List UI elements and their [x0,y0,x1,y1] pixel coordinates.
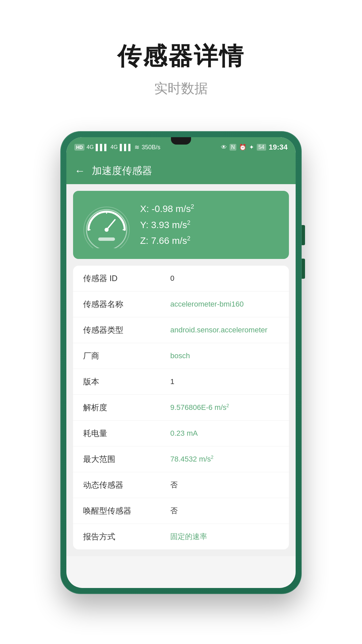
detail-label: 解析度 [83,402,170,413]
back-button[interactable]: ← [74,165,85,177]
detail-label: 耗电量 [83,428,170,439]
bluetooth-icon: ✦ [249,144,254,151]
detail-value: accelerometer-bmi160 [170,300,279,309]
detail-row: 传感器 ID0 [73,266,289,291]
phone-frame: HD 4G ▌▌▌ 4G ▌▌▌ ≋ 350B/s 👁 N ⏰ ✦ 54 19:… [60,131,302,594]
detail-row: 动态传感器否 [73,472,289,498]
app-bar-title: 加速度传感器 [92,164,152,178]
page-subtitle: 实时数据 [117,79,245,98]
detail-label: 报告方式 [83,531,170,542]
time-display: 19:34 [269,143,288,152]
detail-label: 最大范围 [83,454,170,465]
phone-inner: HD 4G ▌▌▌ 4G ▌▌▌ ≋ 350B/s 👁 N ⏰ ✦ 54 19:… [66,137,296,588]
detail-row: 厂商bosch [73,343,289,369]
detail-label: 传感器 ID [83,273,170,284]
detail-value: 9.576806E-6 m/s2 [170,403,279,412]
svg-rect-6 [98,237,115,241]
page-header: 传感器详情 实时数据 [117,40,245,98]
y-value: Y: 3.93 m/s2 [140,217,279,233]
detail-row: 解析度9.576806E-6 m/s2 [73,395,289,421]
svg-point-5 [105,228,109,232]
alarm-icon: ⏰ [239,144,246,151]
sensor-card: X: -0.98 m/s2 Y: 3.93 m/s2 Z: 7.66 m/s2 [73,191,289,259]
detail-label: 传感器类型 [83,325,170,335]
nfc-icon: N [230,144,236,151]
sensor-values: X: -0.98 m/s2 Y: 3.93 m/s2 Z: 7.66 m/s2 [140,201,279,249]
detail-row: 最大范围78.4532 m/s2 [73,446,289,472]
signal-icon-2: ▌▌▌ [120,144,132,151]
status-bar-right: 👁 N ⏰ ✦ 54 19:34 [221,143,288,152]
speed-display: 350B/s [141,144,160,151]
network-4g-1: 4G [86,144,94,150]
detail-value: 0.23 mA [170,429,279,438]
detail-label: 传感器名称 [83,299,170,310]
detail-row: 传感器名称accelerometer-bmi160 [73,291,289,317]
detail-value: android.sensor.accelerometer [170,326,279,334]
detail-label: 版本 [83,376,170,387]
x-value: X: -0.98 m/s2 [140,201,279,217]
battery-display: 54 [257,144,266,151]
detail-row: 耗电量0.23 mA [73,421,289,446]
status-bar-left: HD 4G ▌▌▌ 4G ▌▌▌ ≋ 350B/s [74,144,161,151]
signal-icon: ▌▌▌ [96,144,109,151]
detail-value: 否 [170,480,279,490]
hd-badge: HD [74,144,84,151]
eye-icon: 👁 [221,144,227,151]
app-bar: ← 加速度传感器 [66,157,296,184]
status-bar: HD 4G ▌▌▌ 4G ▌▌▌ ≋ 350B/s 👁 N ⏰ ✦ 54 19:… [66,137,296,157]
detail-label: 厂商 [83,351,170,361]
detail-value: 0 [170,274,279,283]
content-area: X: -0.98 m/s2 Y: 3.93 m/s2 Z: 7.66 m/s2 … [66,184,296,556]
wifi-icon: ≋ [134,144,139,151]
notch [171,137,191,145]
detail-value: 否 [170,506,279,516]
detail-row: 报告方式固定的速率 [73,524,289,549]
network-4g-2: 4G [111,144,118,150]
detail-row: 唤醒型传感器否 [73,498,289,524]
detail-value: 固定的速率 [170,532,279,542]
page-title: 传感器详情 [117,40,245,72]
detail-label: 动态传感器 [83,480,170,490]
detail-row: 版本1 [73,369,289,395]
details-card: 传感器 ID0传感器名称accelerometer-bmi160传感器类型and… [73,266,289,549]
speedometer-icon [80,201,133,248]
detail-value: 78.4532 m/s2 [170,454,279,464]
detail-value: bosch [170,352,279,360]
detail-value: 1 [170,377,279,386]
detail-row: 传感器类型android.sensor.accelerometer [73,317,289,343]
z-value: Z: 7.66 m/s2 [140,233,279,249]
detail-label: 唤醒型传感器 [83,505,170,516]
